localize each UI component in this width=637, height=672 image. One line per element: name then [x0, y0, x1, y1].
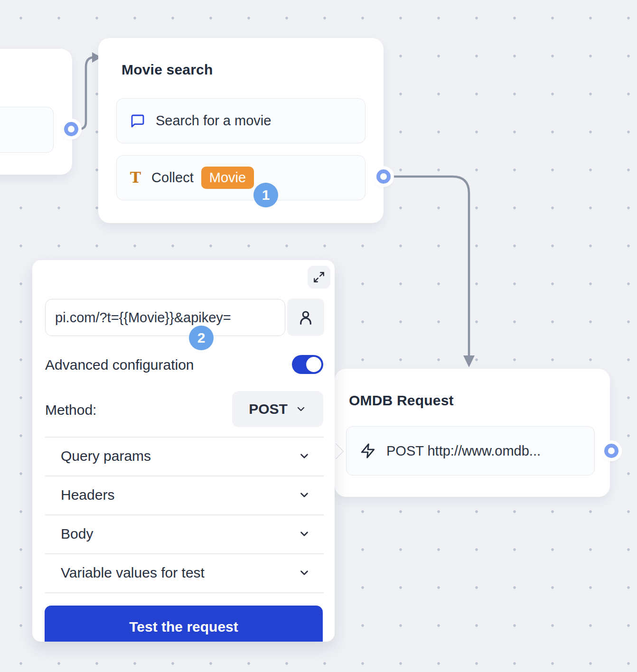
- step-badge-1: 1: [253, 183, 278, 207]
- chevron-down-icon: [298, 567, 324, 579]
- toggle-knob: [306, 357, 321, 372]
- collect-label: CollectMovie: [151, 167, 254, 189]
- method-value: POST: [249, 401, 288, 417]
- chevron-down-icon: [298, 489, 324, 501]
- section-variable-values[interactable]: Variable values for test: [45, 554, 324, 592]
- omdb-request-title: OMDB Request: [349, 392, 454, 409]
- advanced-configuration-label: Advanced configuration: [45, 357, 194, 373]
- lightning-icon: [360, 443, 376, 459]
- search-for-movie-label: Search for a movie: [156, 113, 271, 129]
- url-input[interactable]: [45, 299, 285, 336]
- movie-variable-chip[interactable]: Movie: [201, 167, 254, 189]
- expand-button[interactable]: [308, 266, 330, 289]
- person-icon: [297, 308, 315, 327]
- chat-bubble-icon: [130, 113, 145, 129]
- flow-canvas[interactable]: Movie search Search for a movie T Collec…: [0, 0, 637, 672]
- advanced-configuration-toggle[interactable]: [292, 355, 323, 374]
- chevron-down-icon: [298, 450, 324, 462]
- variable-insert-button[interactable]: [287, 299, 324, 336]
- chevron-down-icon: [295, 403, 307, 415]
- test-request-button[interactable]: Test the request: [45, 606, 323, 642]
- movie-search-node[interactable]: Movie search Search for a movie T Collec…: [98, 38, 384, 223]
- partial-node-item[interactable]: [0, 107, 54, 153]
- movie-search-title: Movie search: [122, 62, 213, 78]
- search-for-movie-item[interactable]: Search for a movie: [116, 98, 365, 143]
- section-body[interactable]: Body: [45, 515, 324, 553]
- collect-movie-item[interactable]: T CollectMovie: [116, 155, 365, 200]
- section-headers[interactable]: Headers: [45, 476, 324, 514]
- divider: [45, 592, 324, 593]
- connector-left-to-movie: [73, 57, 94, 129]
- step-badge-2: 2: [189, 326, 214, 350]
- chevron-down-icon: [298, 528, 324, 540]
- method-dropdown[interactable]: POST: [232, 391, 323, 427]
- connector-arrowhead-down: [463, 355, 475, 367]
- output-port-left-node[interactable]: [64, 122, 78, 136]
- omdb-post-label: POST http://www.omdb...: [386, 443, 541, 459]
- webhook-config-panel[interactable]: Advanced configuration Method: POST Quer…: [32, 260, 335, 642]
- output-port-movie-search[interactable]: [376, 169, 391, 184]
- text-collect-icon: T: [130, 170, 141, 185]
- expand-icon: [313, 271, 325, 283]
- output-port-omdb-request[interactable]: [604, 444, 618, 458]
- partial-node-card[interactable]: [0, 49, 72, 175]
- connector-movie-to-omdb: [390, 177, 469, 357]
- omdb-request-node[interactable]: OMDB Request POST http://www.omdb...: [335, 369, 610, 497]
- method-label: Method:: [45, 402, 96, 418]
- omdb-post-item[interactable]: POST http://www.omdb...: [346, 426, 595, 476]
- section-query-params[interactable]: Query params: [45, 437, 324, 475]
